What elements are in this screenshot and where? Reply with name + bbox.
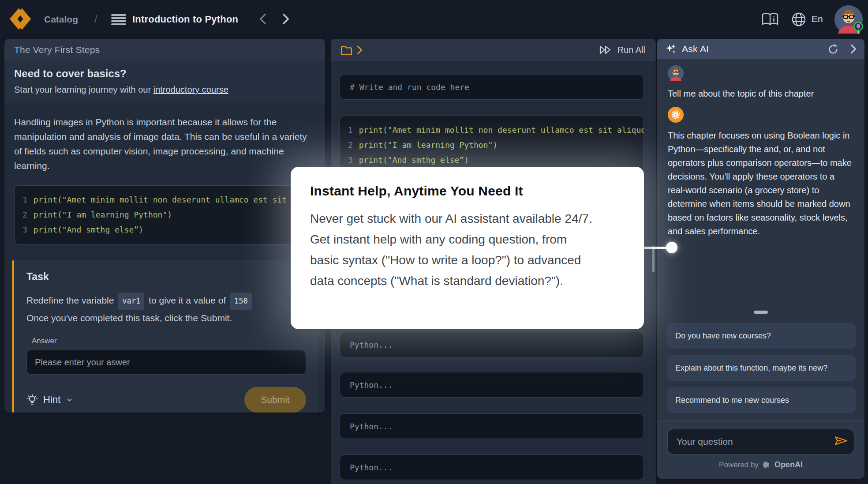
submit-button[interactable]: Submit xyxy=(244,387,306,413)
language-switcher[interactable]: En xyxy=(812,14,823,24)
code-line: 2print("I am learning Python") xyxy=(22,207,307,222)
task-title: Task xyxy=(26,271,306,283)
app-root: Catalog / Introduction to Python En xyxy=(0,0,868,484)
callout-title: Need to cover basics? xyxy=(14,68,315,80)
tooltip-title: Instant Help, Anytime You Need It xyxy=(310,184,625,199)
chevron-right-icon[interactable] xyxy=(357,45,363,55)
editor-scrollbar[interactable] xyxy=(652,246,655,272)
code-line: 3print("And smthg else”) xyxy=(348,153,636,168)
run-all-button[interactable]: Run All xyxy=(599,45,645,55)
chevron-right-icon xyxy=(850,44,857,54)
value-chip: 150 xyxy=(230,293,252,310)
answer-label: Answer xyxy=(32,337,306,345)
refresh-icon xyxy=(827,43,839,55)
question-input[interactable] xyxy=(667,429,854,454)
task-footer: Hint Submit xyxy=(26,387,306,413)
task-instruction: Redefine the variable var1 to give it a … xyxy=(26,293,306,310)
ask-ai-panel: Ask AI Tell me about the topic of this c… xyxy=(657,39,864,479)
user-message: Tell me about the topic of this chapter xyxy=(668,89,854,99)
python-cell-input[interactable] xyxy=(340,413,644,439)
run-all-icon xyxy=(599,45,612,55)
tooltip-connector-line xyxy=(643,247,668,249)
chapter-title: The Very First Steps xyxy=(14,45,100,55)
code-line: 1print("Amet minim mollit non deserunt u… xyxy=(22,192,307,207)
send-button[interactable] xyxy=(834,435,848,447)
achievement-badge: 1 xyxy=(852,21,864,36)
send-icon xyxy=(834,435,848,446)
code-line: 3print("And smthg else”) xyxy=(22,222,307,237)
tooltip-body: Never get stuck with our AI assistant av… xyxy=(310,208,593,291)
editor-toolbar-left xyxy=(340,45,363,55)
lesson-panel-header: The Very First Steps xyxy=(4,39,325,61)
ai-message: This chapter focuses on using Boolean lo… xyxy=(668,129,854,238)
python-cell-input[interactable] xyxy=(340,454,644,480)
ask-ai-footer: Powered by OpenAI xyxy=(657,420,864,479)
ask-ai-header: Ask AI xyxy=(657,39,864,59)
chapters-menu-icon[interactable] xyxy=(111,14,126,25)
next-chapter-button[interactable] xyxy=(282,13,294,25)
python-cell-input[interactable] xyxy=(340,332,644,357)
question-input-wrap xyxy=(667,429,854,454)
code-line: 2print("I am learning Python") xyxy=(348,138,636,153)
reset-chat-button[interactable] xyxy=(827,43,839,55)
user-avatar[interactable]: 1 xyxy=(834,5,863,34)
basics-callout: Need to cover basics? Start your learnin… xyxy=(4,61,325,103)
lightbulb-icon xyxy=(26,394,38,405)
globe-icon[interactable] xyxy=(791,12,806,27)
lesson-paragraph: Handling images in Python is important b… xyxy=(14,115,315,173)
course-title: Introduction to Python xyxy=(132,14,238,25)
suggested-question[interactable]: Explain about this function, maybe its n… xyxy=(667,355,856,381)
suggested-question[interactable]: Recommend to me new courses xyxy=(667,387,856,413)
onboarding-tooltip: Instant Help, Anytime You Need It Never … xyxy=(291,167,644,329)
svg-text:1: 1 xyxy=(857,30,860,34)
task-card: Task Redefine the variable var1 to give … xyxy=(12,260,318,413)
collapse-panel-button[interactable] xyxy=(850,44,857,54)
lesson-panel: The Very First Steps Need to cover basic… xyxy=(4,39,325,413)
chevron-down-icon xyxy=(67,396,72,404)
answer-input[interactable] xyxy=(26,350,306,375)
resize-handle[interactable] xyxy=(754,311,768,314)
code-editor-input[interactable] xyxy=(340,74,644,100)
ask-ai-title: Ask AI xyxy=(682,44,709,54)
openai-logo-icon xyxy=(762,461,770,469)
folder-icon[interactable] xyxy=(340,45,352,55)
hint-button[interactable]: Hint xyxy=(26,394,73,405)
tooltip-connector-dot xyxy=(666,242,677,253)
brand-logo-icon[interactable] xyxy=(8,7,33,31)
code-line: 1print("Amet minim mollit non deserunt u… xyxy=(348,123,636,138)
chat-thread: Tell me about the topic of this chapter … xyxy=(657,59,864,238)
lesson-body: Handling images in Python is important b… xyxy=(4,103,325,244)
sparkles-icon xyxy=(665,43,677,55)
catalog-link[interactable]: Catalog xyxy=(44,14,78,25)
task-instruction-2: Once you've completed this task, click t… xyxy=(26,310,306,326)
glossary-book-icon[interactable] xyxy=(761,12,779,27)
prev-chapter-button[interactable] xyxy=(259,13,271,25)
user-avatar-small xyxy=(668,75,684,83)
editor-toolbar: Run All xyxy=(331,39,656,61)
suggested-question[interactable]: Do you have new courses? xyxy=(667,323,856,349)
callout-text: Start your learning journey with our int… xyxy=(14,85,315,95)
introductory-course-link[interactable]: introductory course xyxy=(153,85,228,94)
lesson-code-block: 1print("Amet minim mollit non deserunt u… xyxy=(14,185,315,244)
openai-brand: OpenAI xyxy=(774,460,803,469)
breadcrumb-separator: / xyxy=(94,14,97,26)
top-navbar: Catalog / Introduction to Python En xyxy=(0,0,868,39)
python-cell-input[interactable] xyxy=(340,372,644,398)
powered-by: Powered by OpenAI xyxy=(667,460,854,469)
variable-chip: var1 xyxy=(118,293,144,310)
openai-icon xyxy=(668,107,684,123)
